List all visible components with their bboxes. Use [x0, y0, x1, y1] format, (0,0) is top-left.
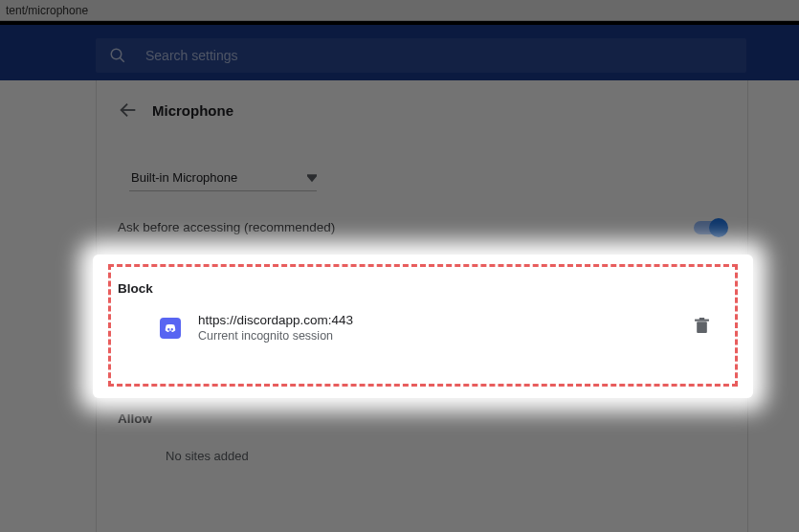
svg-point-0: [111, 49, 122, 59]
ask-before-row: Ask before accessing (recommended): [118, 220, 726, 234]
svg-line-1: [120, 57, 124, 62]
settings-header: [0, 21, 799, 80]
page-title: Microphone: [152, 102, 233, 119]
address-bar-fragment[interactable]: tent/microphone: [0, 0, 799, 21]
search-input[interactable]: [145, 48, 624, 63]
device-row: Built-in Microphone: [129, 166, 747, 191]
content-panel: Microphone Built-in Microphone Ask befor…: [96, 80, 748, 532]
search-container[interactable]: [96, 38, 746, 73]
svg-rect-4: [697, 321, 707, 333]
blocked-site-sub: Current incognito session: [198, 329, 695, 343]
microphone-device-select[interactable]: Built-in Microphone: [129, 166, 317, 191]
delete-button[interactable]: [695, 318, 709, 338]
block-heading: Block: [118, 281, 726, 296]
block-section: Block https://discordapp.com:443 Current…: [97, 264, 747, 343]
trash-icon: [695, 318, 709, 334]
ask-before-toggle[interactable]: [694, 221, 726, 234]
title-row: Microphone: [97, 80, 747, 140]
back-arrow-icon[interactable]: [118, 100, 139, 121]
allow-empty-text: No sites added: [166, 449, 726, 463]
device-selected-label: Built-in Microphone: [131, 170, 237, 185]
blocked-site-row[interactable]: https://discordapp.com:443 Current incog…: [118, 313, 726, 343]
blocked-site-text: https://discordapp.com:443 Current incog…: [198, 313, 695, 343]
search-icon: [109, 47, 126, 64]
allow-section: Allow No sites added: [97, 394, 747, 463]
svg-marker-3: [307, 175, 317, 181]
ask-before-label: Ask before accessing (recommended): [118, 220, 335, 234]
blocked-site-url: https://discordapp.com:443: [198, 313, 695, 327]
discord-icon: [160, 318, 181, 339]
toggle-knob: [709, 218, 728, 237]
chevron-down-icon: [307, 173, 317, 183]
svg-rect-6: [699, 318, 704, 320]
allow-heading: Allow: [118, 411, 726, 426]
